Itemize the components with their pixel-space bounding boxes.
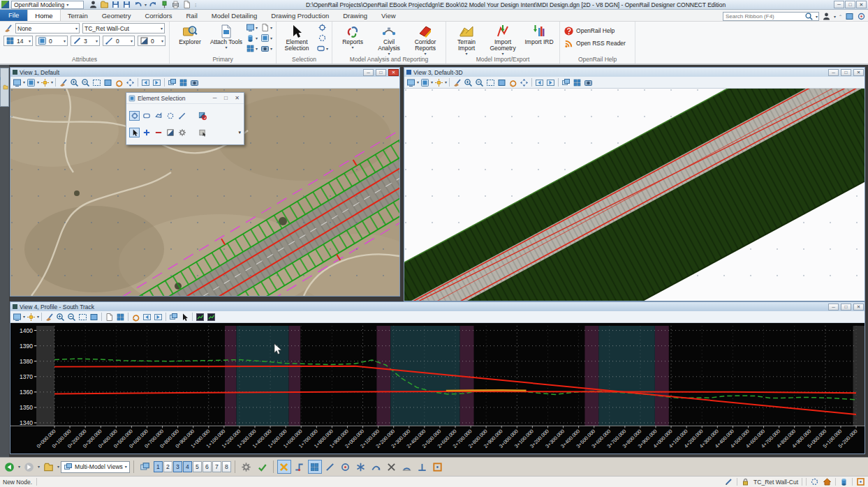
view-previous-icon[interactable] — [534, 77, 545, 88]
keypoint-snap-button[interactable] — [308, 460, 322, 474]
task-check-button[interactable] — [255, 460, 270, 474]
intersection-snap-button[interactable] — [385, 460, 399, 474]
ribbon-tab-geometry[interactable]: Geometry — [95, 10, 138, 21]
minimize-button[interactable]: ─ — [834, 1, 844, 8]
select-individual-mode[interactable] — [129, 111, 140, 121]
view-restore-button[interactable]: □ — [376, 69, 386, 76]
view-close-button[interactable]: ✕ — [388, 69, 399, 76]
zoom-in-icon[interactable] — [69, 77, 80, 88]
profile-chart[interactable]: 14001390138013701360135013400+000.0000+1… — [10, 323, 865, 454]
view-restore-button[interactable]: □ — [841, 304, 851, 310]
zoom-out-icon[interactable] — [474, 77, 485, 88]
update-view-brush-icon[interactable] — [58, 77, 68, 88]
view-attributes-caret-icon[interactable]: ▾ — [23, 315, 25, 319]
view3-window[interactable]: View 3, Default-3D ─ □ ✕ ▾▾▾ — [404, 67, 865, 301]
profile-report-icon[interactable] — [104, 312, 115, 322]
view-minimize-button[interactable]: ─ — [828, 69, 839, 76]
ribbon-tab-drawing[interactable]: Drawing — [336, 10, 374, 21]
view-minimize-button[interactable]: ─ — [828, 304, 839, 310]
display-style-caret-icon[interactable]: ▾ — [431, 80, 433, 84]
open-file-icon[interactable] — [100, 0, 109, 9]
rotate-view-icon[interactable] — [131, 312, 141, 322]
view4-window[interactable]: View 4, Profile - South Track ─ □ ✕ ▾▾ 1… — [10, 301, 865, 454]
ribbon-tab-drawing-production[interactable]: Drawing Production — [264, 10, 336, 21]
view-restore-button[interactable]: □ — [841, 69, 851, 76]
perpendicular-snap-button[interactable] — [415, 460, 429, 474]
explorer-panel-tab[interactable]: Explorer — [0, 68, 9, 107]
ribbon-tab-corridors[interactable]: Corridors — [138, 10, 179, 21]
select-block-mode[interactable] — [141, 111, 152, 121]
view3-content[interactable] — [404, 89, 865, 301]
locks-icon[interactable] — [741, 477, 750, 486]
select-all-mode[interactable] — [177, 128, 187, 137]
open-rss-reader-button[interactable]: Open RSS Reader — [564, 38, 626, 48]
zoom-out-icon[interactable] — [80, 77, 91, 88]
view-attributes-icon[interactable] — [12, 77, 22, 88]
accusnap-toggle-button[interactable] — [277, 460, 291, 474]
view-history-button[interactable] — [41, 460, 56, 474]
search-caret-icon[interactable]: ▾ — [816, 15, 818, 19]
select-circle-mode[interactable] — [165, 111, 175, 121]
transparency-combo[interactable]: 0 ▾ — [138, 36, 165, 46]
profile-chart-icon[interactable] — [195, 312, 205, 322]
view-attributes-caret-icon[interactable]: ▾ — [23, 80, 25, 84]
nearest-snap-button[interactable] — [293, 460, 307, 474]
view-brightness-icon[interactable] — [26, 312, 36, 322]
element-selection-dialog[interactable]: Element Selection ─ □ ✕ — [126, 92, 244, 145]
auxiliary-coordinates-icon[interactable] — [246, 44, 255, 53]
snaps-icon[interactable] — [724, 477, 733, 486]
view-toggle-5[interactable]: 5 — [193, 461, 202, 472]
view-next-icon[interactable] — [153, 312, 163, 322]
ribbon-search[interactable]: ▾ — [723, 12, 819, 21]
accudraw-window-button[interactable] — [431, 460, 445, 474]
view-close-button[interactable]: ✕ — [853, 69, 864, 76]
rotate-view-icon[interactable] — [508, 77, 518, 88]
back-caret-icon[interactable]: ▾ — [18, 465, 20, 469]
copy-view-icon[interactable] — [561, 77, 571, 88]
raster-manager-icon[interactable] — [246, 33, 255, 43]
midpoint-snap-button[interactable] — [323, 460, 337, 474]
save-settings-icon[interactable] — [122, 0, 131, 9]
pan-view-icon[interactable] — [125, 77, 135, 88]
minimize-ribbon-icon[interactable]: ⌃ — [839, 15, 842, 19]
select-line-mode[interactable] — [177, 111, 187, 121]
civil-analysis-button[interactable]: Civil Analysis ▾ — [372, 23, 406, 56]
account-caret-icon[interactable]: ▾ — [834, 15, 836, 19]
ribbon-tab-terrain[interactable]: Terrain — [61, 10, 95, 21]
select-new-mode[interactable] — [129, 128, 140, 137]
zoom-in-icon[interactable] — [463, 77, 473, 88]
view-attributes-icon[interactable] — [406, 77, 416, 88]
line-weight-combo[interactable]: 0 ▾ — [103, 36, 135, 46]
display-style-caret-icon[interactable]: ▾ — [37, 80, 39, 84]
feature-definition-combo[interactable]: TC_Ret Wall-Cut ▾ — [82, 23, 165, 33]
fence-rectangle-icon[interactable] — [316, 44, 325, 53]
ribbon-tab-rail[interactable]: Rail — [179, 10, 204, 21]
view-next-icon[interactable] — [545, 77, 556, 88]
profile-chart-alt-icon[interactable] — [206, 312, 216, 322]
dialog-toggle-icon[interactable] — [856, 477, 865, 486]
view-brightness-icon[interactable] — [40, 77, 50, 88]
view-toggle-1[interactable]: 1 — [154, 461, 163, 472]
point-clouds-icon[interactable] — [260, 33, 270, 43]
pan-view-icon[interactable] — [519, 77, 529, 88]
redo-icon[interactable] — [149, 0, 158, 9]
default-tools-icon[interactable] — [823, 477, 832, 486]
camera-view-icon[interactable] — [189, 77, 200, 88]
active-level-combo[interactable]: 14 ▾ — [3, 36, 33, 46]
terrain-import-button[interactable]: Terrain Import ▾ — [450, 23, 483, 56]
dialog-expand-icon[interactable]: ▾ — [238, 130, 241, 135]
center-snap-button[interactable] — [339, 460, 353, 474]
view-toggle-8[interactable]: 8 — [222, 461, 231, 472]
qat-more-icon[interactable]: ⋮ — [193, 3, 198, 7]
reports-button[interactable]: Reports ▾ — [336, 23, 369, 50]
select-subtract-mode[interactable] — [153, 128, 163, 137]
zoom-in-icon[interactable] — [55, 312, 66, 322]
user-account-icon[interactable] — [822, 12, 831, 21]
active-feature-combo[interactable]: None ▾ — [15, 23, 80, 33]
display-style-icon[interactable] — [420, 77, 430, 88]
view-attributes-icon[interactable] — [12, 312, 22, 322]
view-flags-icon[interactable] — [572, 77, 582, 88]
view-toggles-button[interactable] — [138, 460, 152, 474]
import-ird-button[interactable]: Import IRD — [522, 23, 556, 45]
rotate-view-icon[interactable] — [114, 77, 124, 88]
